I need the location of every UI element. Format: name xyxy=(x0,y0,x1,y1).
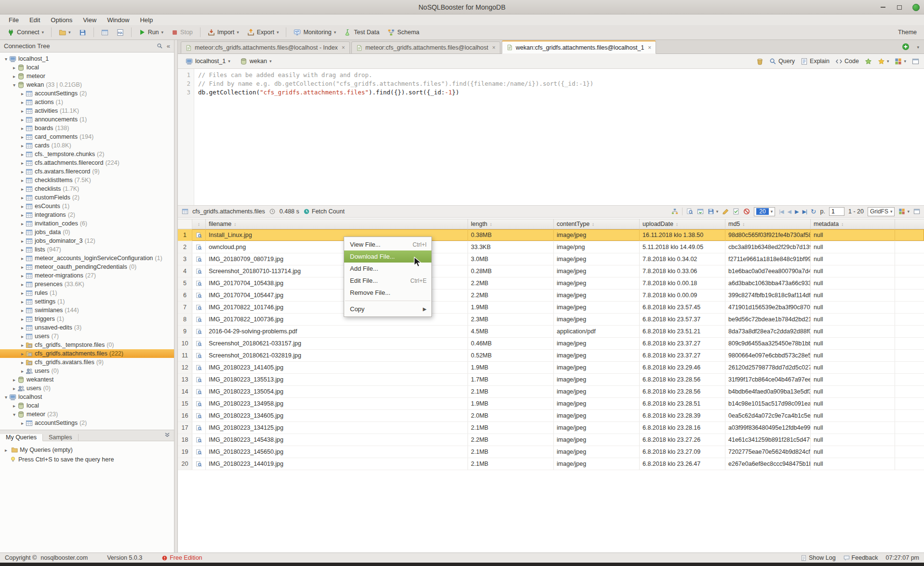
tree-item-announcements[interactable]: ▸announcements(1) xyxy=(0,115,174,124)
fetch-count-button[interactable]: Fetch Count xyxy=(303,208,345,215)
preview-file-icon[interactable] xyxy=(192,446,206,458)
preview-file-icon[interactable] xyxy=(192,458,206,470)
table-row-14[interactable]: 14IMG_20180223_135054.jpg2.1MBimage/jpeg… xyxy=(178,386,924,398)
tree-item-localhost-1[interactable]: ▾localhost_1 xyxy=(0,54,174,63)
cancel-icon[interactable] xyxy=(743,208,750,215)
tree-item-activities[interactable]: ▸activities(11.1K) xyxy=(0,106,174,115)
table-row-5[interactable]: 5IMG_20170704_105438.jpg2.2MBimage/jpeg7… xyxy=(178,277,924,290)
chevron-right-icon[interactable]: ▸ xyxy=(19,290,26,296)
tab-close-icon[interactable]: × xyxy=(492,44,495,51)
menu-help[interactable]: Help xyxy=(134,14,158,26)
chevron-right-icon[interactable]: ▸ xyxy=(19,247,26,252)
page-input[interactable] xyxy=(829,207,844,216)
chevron-right-icon[interactable]: ▸ xyxy=(19,230,26,235)
sitemap-icon[interactable] xyxy=(671,208,678,215)
code-button[interactable]: Code xyxy=(835,58,859,65)
chevron-right-icon[interactable]: ▸ xyxy=(19,221,26,226)
prev-page-button[interactable]: ◀ xyxy=(788,209,791,215)
save-button[interactable] xyxy=(76,27,90,38)
tree-item-customfields[interactable]: ▸customFields(2) xyxy=(0,193,174,202)
search-icon[interactable] xyxy=(157,43,163,49)
table-row-3[interactable]: 3IMG_20180709_080719.jpg3.0MBimage/jpeg7… xyxy=(178,253,924,265)
chevron-right-icon[interactable]: ▸ xyxy=(11,74,17,79)
import-button[interactable]: Import▾ xyxy=(204,27,242,38)
run-button[interactable]: Run▾ xyxy=(135,27,167,37)
tree-item-checklists[interactable]: ▸checklists(1.7K) xyxy=(0,184,174,193)
collapse-sidebar-icon[interactable]: « xyxy=(167,42,170,50)
preview-file-icon[interactable] xyxy=(192,338,206,349)
tree-item-integrations[interactable]: ▸integrations(2) xyxy=(0,211,174,219)
chevron-down-icon[interactable]: ▾ xyxy=(3,395,9,400)
chevron-right-icon[interactable]: ▸ xyxy=(19,421,26,426)
tab-meteor-cfs-gridfs-attachments-files-localhost[interactable]: meteor:cfs_gridfs.attachments.files@loca… xyxy=(351,41,500,54)
tree-item-meteor[interactable]: ▾meteor(23) xyxy=(0,410,174,419)
chevron-right-icon[interactable]: ▸ xyxy=(11,386,17,391)
menu-view[interactable]: View xyxy=(77,14,101,26)
tree-item-cfs-attachments-filerecord[interactable]: ▸cfs.attachments.filerecord(224) xyxy=(0,158,174,167)
table-row-13[interactable]: 13IMG_20180223_135513.jpg1.7MBimage/jpeg… xyxy=(178,374,924,386)
table-row-11[interactable]: 11Screenshot_20180621-032819.jpg0.52MBim… xyxy=(178,350,924,362)
chevron-right-icon[interactable]: ▸ xyxy=(11,377,17,382)
free-edition-badge[interactable]: Free Edition xyxy=(161,554,202,561)
tree-item-rules[interactable]: ▸rules(1) xyxy=(0,289,174,297)
tree-item-card-comments[interactable]: ▸card_comments(194) xyxy=(0,132,174,141)
menu-item-view-file[interactable]: View File...Ctrl+I xyxy=(344,238,431,250)
monitoring-button[interactable]: Monitoring▾ xyxy=(290,27,339,38)
menu-item-remove-file[interactable]: Remove File... xyxy=(344,287,431,299)
chevron-right-icon[interactable]: ▸ xyxy=(19,169,26,174)
tree-item-meteor-accounts-loginserviceconfiguration[interactable]: ▸meteor_accounts_loginServiceConfigurati… xyxy=(0,254,174,263)
chevron-right-icon[interactable]: ▸ xyxy=(19,100,26,105)
view-options-dropdown[interactable]: ▾ xyxy=(895,58,906,65)
tree-item-invitation-codes[interactable]: ▸invitation_codes(6) xyxy=(0,219,174,228)
tree-item-accountsettings[interactable]: ▸accountSettings(2) xyxy=(0,89,174,98)
tree-item-actions[interactable]: ▸actions(1) xyxy=(0,98,174,106)
export-table-icon[interactable] xyxy=(697,208,704,215)
add-favorite-icon[interactable] xyxy=(865,58,872,65)
chevron-right-icon[interactable]: ▸ xyxy=(19,299,26,304)
table-view-button[interactable] xyxy=(98,27,112,38)
my-queries-root[interactable]: ▸ My Queries (empty) xyxy=(3,445,171,455)
preview-file-icon[interactable] xyxy=(192,398,206,409)
tree-item-users[interactable]: ▸users(0) xyxy=(0,384,174,393)
menu-item-edit-file[interactable]: Edit File...Ctrl+E xyxy=(344,275,431,287)
sidebar-splitter[interactable] xyxy=(174,40,178,553)
table-row-18[interactable]: 18IMG_20180223_145438.jpg2.2MBimage/jpeg… xyxy=(178,434,924,446)
tree-item-localhost[interactable]: ▾localhost xyxy=(0,393,174,401)
column-header-contenttype[interactable]: contentType↕ xyxy=(554,219,640,229)
preview-file-icon[interactable] xyxy=(192,253,206,265)
edit-document-icon[interactable] xyxy=(722,208,729,215)
column-header-filename[interactable]: filename↕ xyxy=(206,219,468,229)
preview-file-icon[interactable] xyxy=(192,241,206,253)
table-row-15[interactable]: 15IMG_20180223_134958.jpg1.9MBimage/jpeg… xyxy=(178,398,924,410)
chevron-right-icon[interactable]: ▸ xyxy=(19,186,26,192)
minimize-button[interactable] xyxy=(878,2,888,12)
explain-button[interactable]: Explain xyxy=(801,58,830,65)
chevron-right-icon[interactable]: ▸ xyxy=(19,160,26,166)
preview-file-icon[interactable] xyxy=(192,410,206,421)
table-row-9[interactable]: 92016-04-29-solving-problems.pdf4.5MBapp… xyxy=(178,326,924,338)
column-header-length[interactable]: length↕ xyxy=(468,219,554,229)
tree-item-lists[interactable]: ▸lists(947) xyxy=(0,245,174,254)
preview-file-icon[interactable] xyxy=(192,386,206,397)
column-header-metadata[interactable]: metadata↕ xyxy=(811,219,895,229)
chevron-right-icon[interactable]: ▸ xyxy=(19,134,26,140)
chevron-right-icon[interactable]: ▸ xyxy=(19,117,26,122)
sql-file-button[interactable]: SQL xyxy=(113,27,127,38)
chevron-right-icon[interactable]: ▸ xyxy=(19,91,26,96)
chevron-right-icon[interactable]: ▸ xyxy=(19,212,26,218)
tab-list-icon[interactable]: ▾ xyxy=(917,45,919,50)
preview-file-icon[interactable] xyxy=(192,350,206,361)
chevron-right-icon[interactable]: ▸ xyxy=(19,325,26,330)
menu-window[interactable]: Window xyxy=(101,14,134,26)
chevron-right-icon[interactable]: ▸ xyxy=(19,316,26,322)
chevron-right-icon[interactable]: ▸ xyxy=(19,108,26,114)
chevron-right-icon[interactable]: ▸ xyxy=(19,143,26,148)
preview-file-icon[interactable] xyxy=(192,290,206,301)
chevron-down-icon[interactable]: ▾ xyxy=(11,412,17,417)
tab-samples[interactable]: Samples xyxy=(43,434,79,441)
preview-file-icon[interactable] xyxy=(192,362,206,373)
tree-item-jobs-dominator-3[interactable]: ▸jobs_dominator_3(12) xyxy=(0,237,174,245)
database-selector[interactable]: wekan ▾ xyxy=(237,57,275,66)
page-size-select[interactable]: 20▾ xyxy=(754,207,775,216)
table-row-10[interactable]: 10Screenshot_20180621-033157.jpg0.46MBim… xyxy=(178,338,924,350)
